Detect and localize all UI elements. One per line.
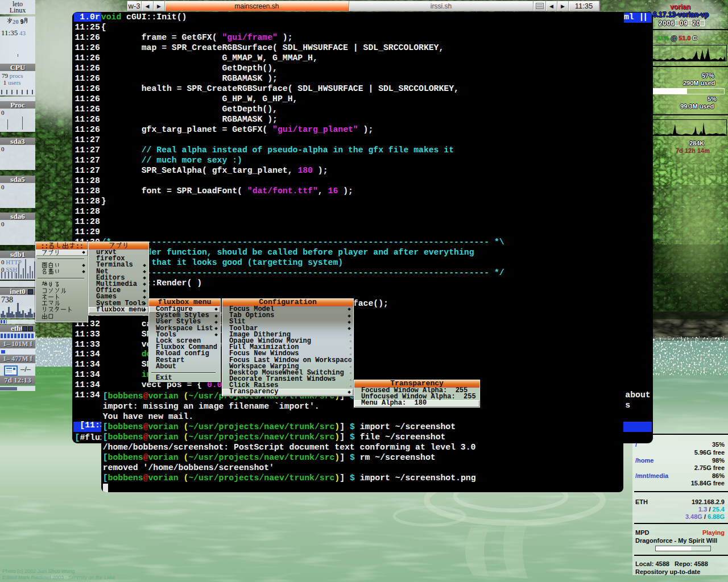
svg-text:Edited Mark Riedesel 2003 - Se: Edited Mark Riedesel 2003 - Serenity on … bbox=[2, 575, 115, 580]
svg-text:Photo (c) 2002 Jian Shuo Wang: Photo (c) 2002 Jian Shuo Wang bbox=[2, 568, 75, 574]
